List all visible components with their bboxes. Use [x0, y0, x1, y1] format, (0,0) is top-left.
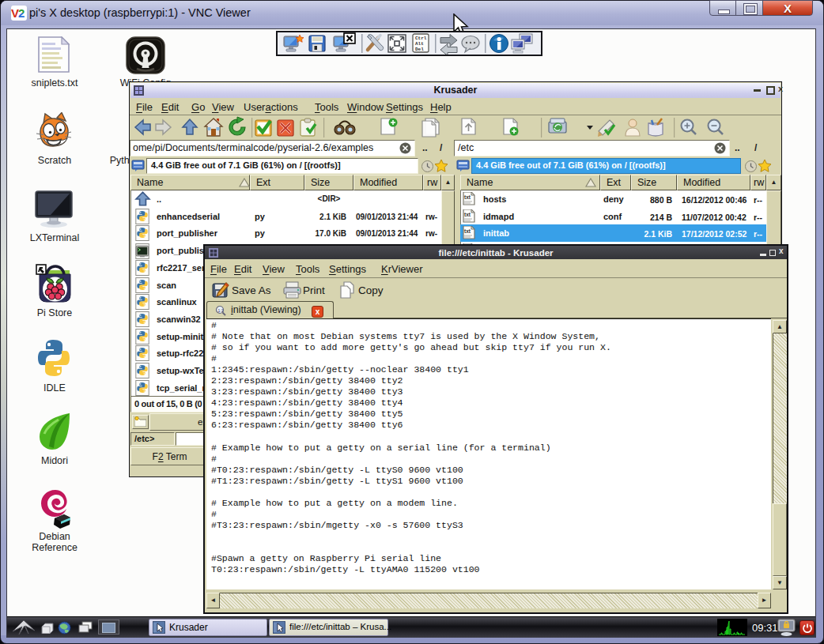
- svg-text:Ctrl: Ctrl: [415, 36, 427, 41]
- svg-text:Alt: Alt: [415, 41, 424, 47]
- svg-text:1:1: 1:1: [218, 308, 224, 313]
- svg-text:2: 2: [18, 6, 25, 20]
- svg-text:Del: Del: [415, 47, 424, 52]
